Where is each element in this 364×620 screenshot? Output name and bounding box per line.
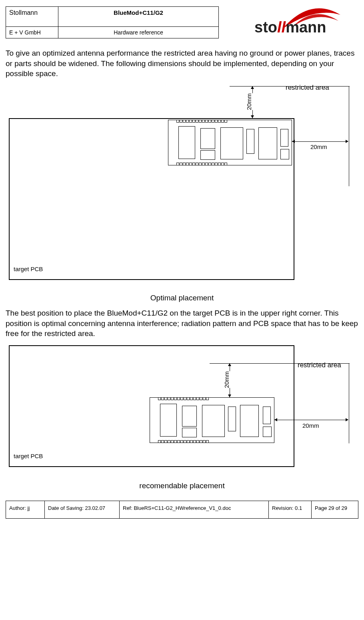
module-component (182, 428, 197, 437)
dim-top-label: 20mm (245, 93, 253, 110)
module-component (280, 149, 289, 159)
arrowhead-icon (292, 140, 295, 143)
header-left-cell: Stollmann E + V GmbH (6, 6, 58, 38)
caption-recommendable: recomendable placement (6, 481, 358, 490)
module-outline (168, 120, 292, 165)
dim-right-label: 20mm (310, 143, 328, 150)
stollmann-logo: stollmann (250, 6, 358, 38)
arrowhead-icon (346, 418, 348, 421)
logo-text: stollmann (254, 19, 326, 36)
footer-date: Date of Saving: 23.02.07 (45, 501, 120, 518)
guideline (230, 86, 350, 87)
module-component (263, 407, 271, 424)
dim-line-horizontal (274, 420, 348, 420)
module-pads-top (158, 397, 209, 400)
document-footer: Author: jj Date of Saving: 23.02.07 Ref:… (6, 501, 358, 519)
module-component (200, 128, 215, 149)
second-paragraph: The best position to place the BlueMod+C… (6, 308, 358, 339)
module-component (182, 406, 197, 427)
module-pads-bottom (176, 163, 227, 165)
module-component (178, 126, 195, 159)
module-component (160, 404, 177, 437)
restricted-area-label: restricted area (286, 84, 329, 92)
module-component (258, 127, 277, 159)
document-type: Hardware reference (58, 27, 218, 38)
module-component (263, 427, 272, 437)
footer-ref: Ref: BlueRS+C11-G2_HWreference_V1_0.doc (120, 501, 269, 518)
arrowhead-icon (346, 140, 348, 143)
target-pcb-label: target PCB (14, 266, 43, 272)
restricted-area-label: restricted area (298, 361, 341, 369)
dim-line-horizontal (292, 141, 348, 142)
footer-author: Author: jj (6, 501, 45, 518)
module-outline (150, 397, 274, 443)
target-pcb-label: target PCB (14, 453, 43, 459)
intro-paragraph: To give an optimized antenna performance… (6, 48, 358, 79)
arrowhead-icon (228, 363, 231, 366)
module-pads-bottom (158, 440, 209, 443)
header-mid-cell: BlueMod+C11/G2 Hardware reference (58, 6, 219, 38)
company-subtitle: E + V GmbH (6, 27, 58, 38)
module-component (228, 407, 236, 431)
guideline (349, 363, 349, 443)
module-component (240, 405, 259, 437)
module-component (200, 150, 215, 160)
footer-revision: Revision: 0.1 (269, 501, 312, 518)
caption-optimal: Optimal placement (6, 294, 358, 302)
arrowhead-icon (251, 115, 254, 118)
module-component (246, 129, 254, 154)
arrowhead-icon (274, 418, 277, 421)
guideline (349, 86, 349, 186)
figure-optimal-placement: restricted area 20mm target PCB (6, 81, 358, 290)
figure-recommendable-placement: target PCB restricted area 20mm (6, 341, 358, 477)
arrowhead-icon (251, 86, 254, 89)
document-header: Stollmann E + V GmbH BlueMod+C11/G2 Hard… (6, 6, 358, 38)
dim-top-label: 20mm (222, 371, 231, 388)
module-pads-top (176, 120, 227, 123)
product-name: BlueMod+C11/G2 (58, 7, 218, 27)
module-component (280, 129, 288, 147)
footer-page: Page 29 of 29 (312, 501, 358, 518)
module-chip (220, 127, 243, 159)
company-name: Stollmann (6, 7, 58, 27)
dim-right-label: 20mm (302, 422, 320, 429)
guideline (210, 363, 350, 364)
logo-container: stollmann (219, 6, 358, 38)
module-chip (202, 405, 225, 437)
arrowhead-icon (228, 395, 231, 397)
